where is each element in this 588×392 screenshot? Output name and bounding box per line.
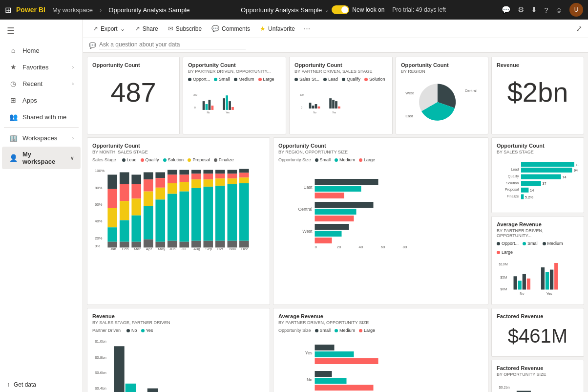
sidebar-item-shared[interactable]: 👥 Shared with me [2, 109, 81, 125]
sidebar-collapse-button[interactable]: ☰ [0, 20, 83, 42]
qa-icon: 💬 [89, 42, 96, 49]
report-title-center: Opportunity Analysis Sample [241, 6, 322, 14]
arl1 [497, 242, 500, 245]
svg-text:East: East [303, 185, 313, 190]
workspaces-icon: 🏢 [9, 134, 18, 142]
subscribe-button[interactable]: ✉ Subscribe [164, 23, 206, 34]
grid-menu-icon[interactable]: ⊞ [5, 5, 11, 15]
opp-ss-chart: 100% Lead 94 Qualify 74 Solution [497, 157, 579, 206]
svg-rect-115 [315, 231, 342, 237]
emoji-icon[interactable]: ☺ [555, 6, 563, 14]
svg-text:100: 100 [193, 94, 197, 96]
factored-rev-size-subtitle: BY OPPORTUNITY SIZE [497, 372, 579, 377]
sidebar-item-workspaces[interactable]: 🏢 Workspaces › [2, 130, 81, 146]
opp-sales-subtitle: BY PARTNER DRIVEN, SALES STAGE [294, 69, 387, 74]
svg-rect-18 [329, 98, 332, 109]
sidebar-item-favorites[interactable]: ★ Favorites › [2, 59, 81, 75]
topbar-center: Opportunity Analysis Sample ⌄ New look o… [195, 5, 492, 14]
ml4 [188, 158, 191, 162]
export-chevron: ⌄ [120, 25, 125, 32]
report-breadcrumb: Opportunity Analysis Sample [108, 6, 189, 14]
sidebar-item-home[interactable]: ⌂ Home [2, 43, 81, 58]
svg-rect-122 [521, 162, 574, 167]
ml1 [122, 158, 126, 162]
svg-text:Finalize: Finalize [506, 194, 519, 198]
svg-rect-65 [179, 182, 189, 192]
sub-toolbar: ↗ Export ⌄ ↗ Share ✉ Subscribe 💬 Comment… [83, 20, 588, 38]
sidebar-item-apps[interactable]: ⊞ Apps [2, 92, 81, 108]
card-avg-revenue-partner: Average Revenue BY PARTNER DRIVEN, OPPOR… [273, 308, 488, 392]
get-data-icon: ↑ [7, 381, 10, 388]
export-button[interactable]: ↗ Export ⌄ [89, 23, 129, 34]
svg-rect-48 [144, 172, 153, 179]
expand-button[interactable]: ⤢ [576, 24, 582, 33]
comment-icon[interactable]: 💬 [502, 5, 511, 14]
svg-text:Yes: Yes [226, 111, 230, 114]
svg-rect-160 [147, 389, 158, 392]
svg-rect-175 [315, 345, 335, 350]
svg-text:$5M: $5M [500, 275, 507, 280]
card-factored-revenue: Factored Revenue $461M [491, 308, 584, 357]
sidebar-get-data[interactable]: ↑ Get data [0, 377, 83, 392]
sidebar-item-my-workspace[interactable]: 👤 My workspace ∨ [2, 147, 81, 169]
my-workspace-icon: 👤 [9, 154, 18, 162]
svg-rect-2 [203, 101, 205, 110]
svg-text:Central: Central [465, 88, 477, 93]
avg-rev-chart: $10M $5M $0M [497, 257, 579, 298]
svg-rect-79 [215, 174, 225, 178]
svg-rect-4 [209, 100, 211, 110]
opp-month-title: Opportunity Count [92, 143, 265, 149]
svg-rect-89 [239, 173, 249, 177]
share-button[interactable]: ↗ Share [131, 23, 162, 34]
more-options-button[interactable]: ··· [301, 22, 313, 35]
settings-icon[interactable]: ⚙ [518, 5, 524, 14]
svg-text:80%: 80% [95, 186, 103, 190]
svg-text:Jun: Jun [169, 247, 176, 251]
comments-icon: 💬 [211, 25, 219, 32]
svg-text:37: 37 [543, 181, 546, 186]
svg-text:Aug: Aug [193, 247, 200, 251]
download-icon[interactable]: ⬇ [531, 5, 537, 14]
avg-rev-partner-chart: Yes No $0M $2M $4M $6M [278, 335, 483, 392]
factored-rev-value: $461M [497, 320, 579, 351]
card-opp-count-partner: Opportunity Count BY PARTNER DRIVEN, OPP… [183, 57, 286, 134]
svg-text:Jul: Jul [181, 247, 186, 251]
svg-rect-20 [335, 101, 337, 109]
opp-count-title: Opportunity Count [92, 62, 174, 68]
topbar-icons: 💬 ⚙ ⬇ ? ☺ U [502, 3, 583, 17]
sidebar-item-recent[interactable]: ◷ Recent › [2, 76, 81, 91]
avatar[interactable]: U [569, 3, 583, 17]
svg-rect-54 [155, 178, 165, 188]
avg-rev-partner-subtitle: BY PARTNER DRIVEN, OPPORTUNITY SIZE [278, 320, 483, 325]
svg-rect-44 [131, 184, 141, 198]
workspace-breadcrumb[interactable]: My workspace [52, 6, 93, 14]
share-label: Share [143, 25, 158, 32]
svg-rect-41 [120, 220, 129, 242]
svg-rect-137 [521, 194, 524, 199]
opp-ss-subtitle: BY SALES STAGE [497, 150, 579, 154]
help-icon[interactable]: ? [544, 6, 548, 14]
svg-rect-176 [315, 351, 354, 357]
legend-item-opport: Opport... [188, 77, 210, 82]
svg-text:60: 60 [381, 245, 385, 249]
opp-region-pie: Central East West [401, 77, 483, 126]
unfavorite-button[interactable]: ★ Unfavorite [256, 23, 299, 34]
factored-rev-size-chart: $0.2bn $0.0bn Large Medium Small [497, 380, 579, 392]
svg-text:5.2%: 5.2% [525, 195, 533, 199]
svg-text:Lead: Lead [511, 167, 519, 172]
svg-rect-43 [131, 174, 141, 184]
new-look-toggle[interactable]: New look on [332, 5, 384, 14]
svg-rect-34 [107, 189, 117, 208]
comments-button[interactable]: 💬 Comments [208, 23, 254, 34]
card-opp-region-size: Opportunity Count BY REGION, OPPORTUNITY… [273, 137, 488, 305]
toggle-pill[interactable] [332, 5, 349, 14]
report-title-chevron[interactable]: ⌄ [325, 7, 329, 13]
opp-month-subtitle: BY MONTH, SALES STAGE [92, 150, 265, 154]
svg-rect-70 [191, 179, 201, 188]
recent-chevron: › [72, 81, 74, 87]
svg-text:20%: 20% [95, 236, 103, 240]
svg-rect-179 [315, 378, 347, 384]
opp-partner-title: Opportunity Count [188, 62, 281, 68]
qa-input[interactable] [99, 41, 246, 49]
ld4 [364, 78, 368, 81]
